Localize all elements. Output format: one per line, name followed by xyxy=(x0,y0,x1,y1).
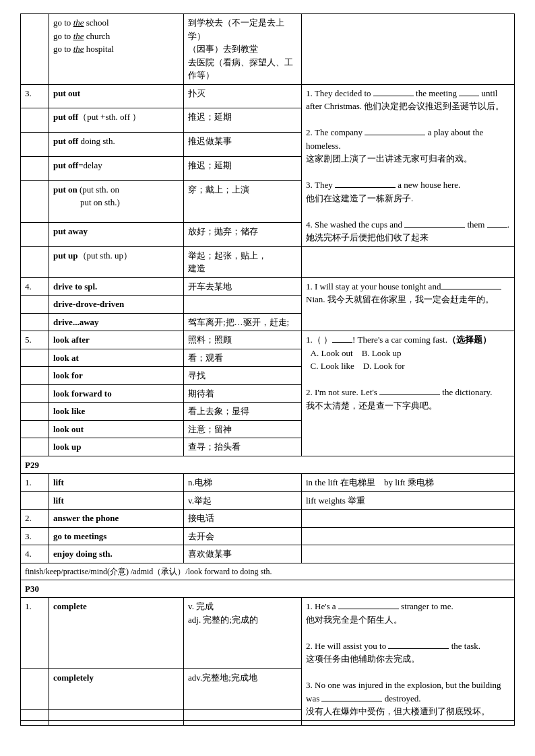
example-cell: 1.（ ）! There's a car coming fast.（选择题） A… xyxy=(302,331,515,456)
phrase-cell: look like xyxy=(49,403,184,421)
table-row: P29 xyxy=(21,456,515,474)
meaning-cell: 推迟；延期 xyxy=(184,156,302,180)
meaning-cell: 接电话 xyxy=(184,510,302,528)
meaning-cell: 推迟做某事 xyxy=(184,133,302,157)
phrase-cell: put out xyxy=(49,84,184,108)
num-cell xyxy=(21,313,49,331)
num-cell xyxy=(21,349,49,367)
meaning-cell: 照料；照顾 xyxy=(184,331,302,349)
table-row: finish/keep/practise/mind(介意) /admid（承认）… xyxy=(21,563,515,580)
example-cell xyxy=(302,545,515,563)
num-cell xyxy=(21,384,49,403)
table-row: 2. answer the phone 接电话 xyxy=(21,510,515,528)
table-row: 1. lift n.电梯 in the lift 在电梯里 by lift 乘电… xyxy=(21,474,515,492)
section-header-p30: P30 xyxy=(21,580,515,598)
num-cell xyxy=(21,710,49,720)
num-cell xyxy=(21,222,49,246)
meaning-cell: 扑灭 xyxy=(184,84,302,108)
table-row: lift v.举起 lift weights 举重 xyxy=(21,491,515,510)
num-cell xyxy=(21,438,49,456)
num-cell: 5. xyxy=(21,331,49,349)
meaning-cell: 查寻；抬头看 xyxy=(184,438,302,456)
phrase-cell: look after xyxy=(49,331,184,349)
num-cell xyxy=(21,491,49,510)
meaning-cell: v.举起 xyxy=(184,491,302,510)
table-row: 5. look after 照料；照顾 1.（ ）! There's a car… xyxy=(21,331,515,349)
example-cell: lift weights 举重 xyxy=(302,491,515,510)
meaning-cell: n.电梯 xyxy=(184,474,302,492)
note-cell: finish/keep/practise/mind(介意) /admid（承认）… xyxy=(21,563,515,580)
table-row: go to the school go to the church go to … xyxy=(21,14,515,85)
meaning-cell: 看上去象；显得 xyxy=(184,403,302,421)
num-cell: 1. xyxy=(21,474,49,492)
example-cell: 1. He's a stranger to me. 他对我完全是个陌生人。 2.… xyxy=(302,598,515,721)
meaning-cell: adv.完整地;完成地 xyxy=(184,668,302,710)
phrase-cell: drive...away xyxy=(49,313,184,331)
num-cell: 1. xyxy=(21,598,49,669)
meaning-cell: 穿；戴上；上演 xyxy=(184,180,302,222)
phrase-cell: put off doing sth. xyxy=(49,133,184,157)
meaning-cell: 推迟；延期 xyxy=(184,108,302,133)
example-cell: in the lift 在电梯里 by lift 乘电梯 xyxy=(302,474,515,492)
phrase-cell: put on (put sth. on put on sth.) xyxy=(49,180,184,222)
meaning-cell xyxy=(184,720,302,725)
num-cell xyxy=(21,246,49,277)
phrase-cell: enjoy doing sth. xyxy=(49,545,184,563)
meaning-cell: 放好；抛弃；储存 xyxy=(184,222,302,246)
num-cell: 4. xyxy=(21,545,49,563)
num-cell xyxy=(21,156,49,180)
meaning-cell xyxy=(184,296,302,314)
num-cell: 4. xyxy=(21,277,49,296)
phrase-cell: drive-drove-driven xyxy=(49,296,184,314)
num-cell xyxy=(21,720,49,725)
meaning-cell: 驾车离开;把…驱开，赶走; xyxy=(184,313,302,331)
phrase-cell: look up xyxy=(49,438,184,456)
phrase-cell: look forward to xyxy=(49,384,184,403)
phrase-cell: go to the school go to the church go to … xyxy=(49,14,184,85)
phrase-cell: drive to spl. xyxy=(49,277,184,296)
phrase-cell: answer the phone xyxy=(49,510,184,528)
num-cell xyxy=(21,668,49,710)
meaning-cell: 到学校去（不一定是去上学）（因事）去到教堂去医院（看病、探望人、工作等） xyxy=(184,14,302,85)
example-cell xyxy=(302,14,515,85)
example-cell: 1. I will stay at your house tonight and… xyxy=(302,277,515,331)
phrase-cell: look at xyxy=(49,349,184,367)
example-cell xyxy=(302,246,515,277)
meaning-cell: 举起；起张，贴上，建造 xyxy=(184,246,302,277)
phrase-cell: put away xyxy=(49,222,184,246)
table-row: put up（put sth. up） 举起；起张，贴上，建造 xyxy=(21,246,515,277)
example-cell xyxy=(302,510,515,528)
table-row: 4. enjoy doing sth. 喜欢做某事 xyxy=(21,545,515,563)
phrase-cell: look out xyxy=(49,420,184,438)
table-row xyxy=(21,720,515,725)
example-cell: 1. They decided to the meeting until aft… xyxy=(302,84,515,246)
phrase-cell: completely xyxy=(49,668,184,710)
num-cell xyxy=(21,420,49,438)
phrase-cell: put off=delay xyxy=(49,156,184,180)
example-cell xyxy=(302,720,515,725)
phrase-cell: look for xyxy=(49,367,184,385)
meaning-cell: 注意；留神 xyxy=(184,420,302,438)
phrase-cell: lift xyxy=(49,491,184,510)
num-cell xyxy=(21,403,49,421)
meaning-cell: 去开会 xyxy=(184,527,302,545)
num-cell xyxy=(21,133,49,157)
table-row: 3. go to meetings 去开会 xyxy=(21,527,515,545)
phrase-cell: put off（put +sth. off ） xyxy=(49,108,184,133)
num-cell: 3. xyxy=(21,84,49,108)
num-cell xyxy=(21,180,49,222)
phrase-cell: complete xyxy=(49,598,184,669)
phrase-cell: go to meetings xyxy=(49,527,184,545)
section-header-p29: P29 xyxy=(21,456,515,474)
num-cell xyxy=(21,14,49,85)
example-cell xyxy=(302,527,515,545)
meaning-cell: 看；观看 xyxy=(184,349,302,367)
phrase-cell: put up（put sth. up） xyxy=(49,246,184,277)
meaning-cell: 喜欢做某事 xyxy=(184,545,302,563)
num-cell xyxy=(21,367,49,385)
meaning-cell: 开车去某地 xyxy=(184,277,302,296)
table-row: P30 xyxy=(21,580,515,598)
meaning-cell: 寻找 xyxy=(184,367,302,385)
phrase-cell xyxy=(49,720,184,725)
num-cell: 3. xyxy=(21,527,49,545)
